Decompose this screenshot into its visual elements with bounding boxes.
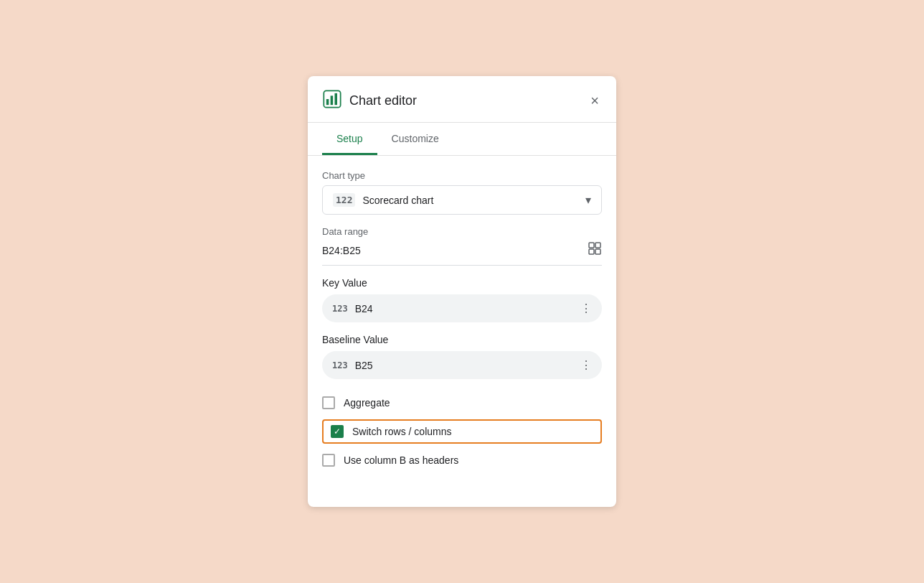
switch-rows-label: Switch rows / columns: [352, 426, 451, 437]
checkboxes-section: Aggregate ✓ Switch rows / columns Use co…: [322, 396, 602, 467]
chart-type-label: Chart type: [322, 170, 602, 181]
panel-header: Chart editor ×: [308, 76, 616, 123]
numeric-icon-2: 123: [332, 360, 348, 370]
panel-body: Chart type 122 Scorecard chart ▾ Data ra…: [308, 156, 616, 481]
baseline-value-section: Baseline Value 123 B25 ⋮: [322, 334, 602, 379]
chart-editor-panel: Chart editor × Setup Customize Chart typ…: [308, 76, 616, 507]
baseline-value-label: Baseline Value: [322, 334, 602, 345]
key-value-section: Key Value 123 B24 ⋮: [322, 277, 602, 322]
key-value-chip[interactable]: 123 B24 ⋮: [322, 294, 602, 322]
chart-type-value: Scorecard chart: [362, 195, 578, 206]
svg-rect-2: [331, 95, 334, 105]
close-icon: ×: [590, 93, 599, 108]
chart-type-dropdown[interactable]: 122 Scorecard chart ▾: [322, 185, 602, 215]
data-range-value: B24:B25: [322, 245, 361, 256]
use-column-row: Use column B as headers: [322, 454, 602, 467]
switch-rows-highlighted-wrapper: ✓ Switch rows / columns: [322, 419, 602, 444]
svg-rect-3: [335, 93, 338, 105]
chart-type-section: Chart type 122 Scorecard chart ▾: [322, 170, 602, 215]
scorecard-icon: 122: [333, 193, 355, 207]
key-value-field: B24: [355, 303, 573, 314]
tabs-container: Setup Customize: [308, 123, 616, 156]
close-button[interactable]: ×: [588, 90, 602, 111]
grid-select-icon[interactable]: [588, 241, 602, 259]
use-column-label: Use column B as headers: [344, 454, 458, 466]
checkmark-icon: ✓: [334, 426, 341, 437]
aggregate-label: Aggregate: [344, 397, 390, 409]
aggregate-row: Aggregate: [322, 396, 602, 409]
chart-bar-icon: [322, 89, 342, 112]
svg-rect-5: [595, 243, 600, 248]
data-range-section: Data range B24:B25: [322, 226, 602, 266]
svg-rect-4: [589, 243, 594, 248]
chevron-down-icon: ▾: [585, 193, 591, 207]
more-options-icon[interactable]: ⋮: [580, 302, 592, 315]
data-range-row: B24:B25: [322, 241, 602, 266]
svg-rect-1: [326, 99, 329, 105]
baseline-value-field: B25: [355, 360, 573, 371]
tab-setup[interactable]: Setup: [322, 123, 377, 155]
switch-rows-checkbox[interactable]: ✓: [331, 425, 344, 438]
svg-rect-6: [589, 249, 594, 254]
tab-customize[interactable]: Customize: [377, 123, 453, 155]
baseline-value-chip[interactable]: 123 B25 ⋮: [322, 351, 602, 379]
header-left: Chart editor: [322, 89, 417, 112]
use-column-checkbox[interactable]: [322, 454, 335, 467]
key-value-label: Key Value: [322, 277, 602, 289]
data-range-label: Data range: [322, 226, 602, 237]
panel-title: Chart editor: [349, 93, 417, 108]
more-options-icon-2[interactable]: ⋮: [580, 358, 592, 372]
svg-rect-7: [595, 249, 600, 254]
aggregate-checkbox[interactable]: [322, 396, 335, 409]
numeric-icon: 123: [332, 304, 348, 314]
